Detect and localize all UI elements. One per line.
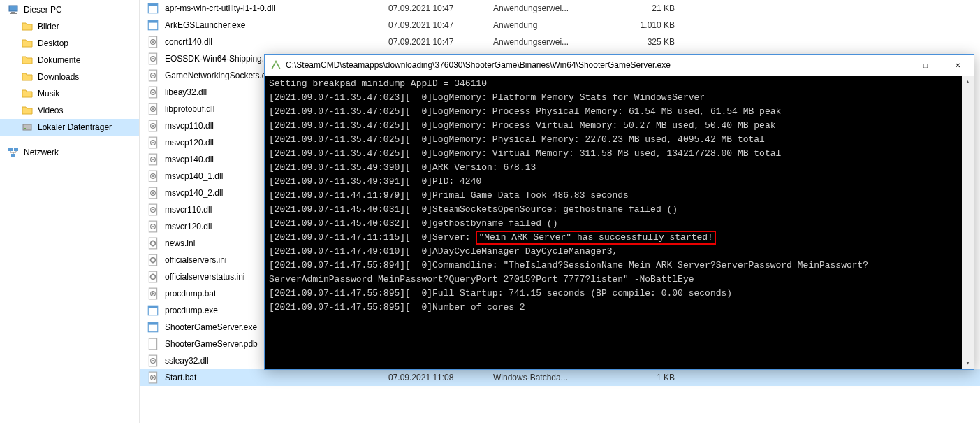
file-size: 1 KB	[619, 373, 675, 382]
svg-rect-0	[9, 6, 17, 11]
nav-item-desktop[interactable]: Desktop	[0, 35, 139, 52]
bat-icon	[147, 371, 159, 384]
folder-icon	[21, 104, 34, 117]
svg-rect-5	[8, 148, 13, 151]
file-icon	[147, 338, 159, 350]
svg-rect-6	[14, 148, 18, 151]
file-size: 21 KB	[619, 3, 675, 13]
console-line: [2021.09.07-11.45.40:031][ 0]SteamSocket…	[269, 203, 970, 217]
ini-icon	[147, 254, 159, 266]
nav-label: Videos	[38, 106, 63, 115]
console-line: [2021.09.07-11.44.11:979][ 0]Primal Game…	[269, 189, 970, 203]
dll-icon	[147, 86, 159, 99]
svg-rect-11	[148, 20, 158, 22]
dll-icon	[147, 120, 159, 132]
svg-point-47	[152, 226, 154, 227]
svg-rect-1	[11, 12, 15, 13]
console-line-highlight: [2021.09.07-11.47.11:115][ 0]Server: "Me…	[269, 231, 970, 245]
nav-label: Downloads	[38, 72, 79, 82]
svg-point-23	[152, 92, 154, 93]
svg-point-44	[152, 209, 154, 210]
file-date: 07.09.2021 10:47	[388, 3, 493, 13]
nav-item-lokaler-datenträger[interactable]: Lokaler Datenträger	[0, 119, 139, 136]
console-line: [2021.09.07-11.47.49:010][ 0]ADayCycleMa…	[269, 245, 970, 259]
scrollbar[interactable]: ▴ ▾	[962, 76, 974, 369]
console-line: [2021.09.07-11.45.40:032][ 0]gethostbyna…	[269, 217, 970, 231]
console-line: [2021.09.07-11.35.47:025][ 0]LogMemory: …	[269, 133, 970, 147]
close-button[interactable]: ✕	[942, 55, 974, 76]
console-titlebar[interactable]: C:\SteamCMD\steamapps\downloading\376030…	[265, 55, 974, 76]
file-date: 07.09.2021 10:47	[388, 20, 493, 30]
console-line: [2021.09.07-11.47.55:894][ 0]Commandline…	[269, 259, 970, 273]
svg-point-20	[152, 75, 154, 76]
nav-label: Musik	[38, 89, 59, 99]
dll-icon	[147, 220, 159, 233]
dll-icon	[147, 187, 159, 199]
console-window: C:\SteamCMD\steamapps\downloading\376030…	[264, 54, 974, 370]
file-date: 07.09.2021 10:47	[388, 37, 493, 47]
console-line: [2021.09.07-11.35.47:025][ 0]LogMemory: …	[269, 105, 970, 119]
console-line: [2021.09.07-11.35.47:025][ 0]LogMemory: …	[269, 147, 970, 161]
nav-item-musik[interactable]: Musik	[0, 85, 139, 102]
svg-point-63	[152, 360, 154, 361]
scroll-down-button[interactable]: ▾	[962, 357, 974, 369]
dll-icon	[147, 170, 159, 182]
console-body[interactable]: Setting breakpad minidump AppID = 346110…	[265, 76, 974, 369]
nav-tree: Dieser PCBilderDesktopDokumenteDownloads…	[0, 0, 140, 423]
nav-label: Bilder	[38, 22, 59, 31]
scroll-track[interactable]	[962, 87, 974, 357]
console-line: [2021.09.07-11.35.49:391][ 0]PID: 4240	[269, 175, 970, 189]
folder-icon	[21, 87, 34, 100]
nav-label: Lokaler Datenträger	[38, 122, 112, 132]
file-size: 325 KB	[619, 37, 675, 47]
folder-icon	[21, 54, 34, 66]
bat-icon	[147, 287, 159, 300]
file-name: concrt140.dll	[165, 37, 388, 47]
svg-point-32	[152, 142, 154, 143]
dll-icon	[147, 36, 159, 48]
nav-item-videos[interactable]: Videos	[0, 102, 139, 119]
ini-icon	[147, 271, 159, 283]
nav-label: Dieser PC	[24, 5, 62, 15]
dll-icon	[147, 52, 159, 65]
net-icon	[7, 146, 20, 159]
console-line: Setting breakpad minidump AppID = 346110	[269, 77, 970, 91]
nav-item-dieser-pc[interactable]: Dieser PC	[0, 1, 139, 18]
file-date: 07.09.2021 11:08	[388, 373, 493, 382]
svg-point-14	[152, 41, 154, 43]
svg-point-41	[152, 192, 154, 194]
nav-item-netzwerk[interactable]: Netzwerk	[0, 144, 139, 161]
dll-icon	[147, 203, 159, 216]
file-row[interactable]: apr-ms-win-crt-utility-l1-1-0.dll07.09.2…	[140, 0, 980, 17]
console-line: [2021.09.07-11.47.55:895][ 0]Number of c…	[269, 301, 970, 315]
folder-icon	[21, 37, 34, 50]
nav-item-bilder[interactable]: Bilder	[0, 18, 139, 35]
svg-rect-59	[148, 322, 158, 324]
console-line: ServerAdminPassword=MeinPasswort?QueryPo…	[269, 273, 970, 287]
minimize-button[interactable]: –	[877, 55, 909, 76]
file-row[interactable]: concrt140.dll07.09.2021 10:47Anwendungse…	[140, 34, 980, 50]
file-name: ArkEGSLauncher.exe	[165, 20, 388, 30]
console-line: [2021.09.07-11.35.49:390][ 0]ARK Version…	[269, 161, 970, 175]
file-row[interactable]: Start.bat07.09.2021 11:08Windows-Batchda…	[140, 369, 980, 386]
app-icon	[270, 59, 281, 71]
highlight-box: "Mein ARK Server" has successfully start…	[476, 231, 715, 245]
nav-item-dokumente[interactable]: Dokumente	[0, 52, 139, 69]
file-type: Anwendung	[493, 20, 619, 30]
svg-rect-57	[148, 306, 158, 308]
nav-item-downloads[interactable]: Downloads	[0, 69, 139, 85]
file-size: 1.010 KB	[619, 20, 675, 30]
disk-icon	[21, 121, 34, 134]
file-row[interactable]: ArkEGSLauncher.exe07.09.2021 10:47Anwend…	[140, 17, 980, 34]
scroll-up-button[interactable]: ▴	[962, 76, 974, 87]
exe-icon	[147, 304, 159, 317]
folder-icon	[21, 71, 34, 83]
svg-point-29	[152, 125, 154, 127]
svg-point-38	[152, 175, 154, 177]
console-line: [2021.09.07-11.47.55:895][ 0]Full Startu…	[269, 287, 970, 301]
maximize-button[interactable]: □	[909, 55, 942, 76]
exe-icon	[147, 2, 159, 15]
console-line: [2021.09.07-11.35.47:025][ 0]LogMemory: …	[269, 119, 970, 133]
nav-label: Netzwerk	[24, 148, 59, 157]
console-title: C:\SteamCMD\steamapps\downloading\376030…	[286, 60, 877, 70]
